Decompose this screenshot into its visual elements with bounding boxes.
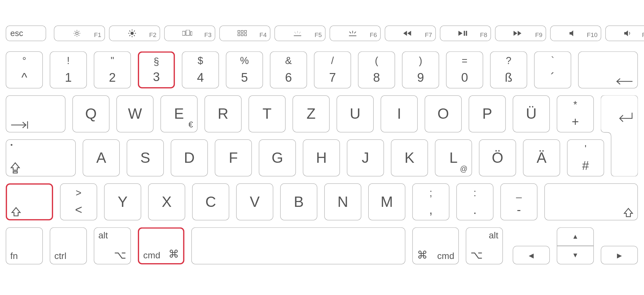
shift-icon <box>11 207 21 217</box>
key-7[interactable]: /7 <box>314 51 351 88</box>
key-acute[interactable]: `´ <box>534 51 571 88</box>
fast-forward-icon <box>513 31 523 36</box>
key-V[interactable]: V <box>236 183 273 220</box>
key-U[interactable]: U <box>336 95 374 132</box>
enter-key[interactable] <box>601 95 638 176</box>
key-6[interactable]: &6 <box>270 51 307 88</box>
key-0[interactable]: =0 <box>446 51 483 88</box>
backspace-key[interactable] <box>578 51 638 88</box>
mute-icon <box>569 30 577 36</box>
key-R[interactable]: R <box>204 95 242 132</box>
svg-line-17 <box>134 31 135 32</box>
f5-key[interactable]: F5 <box>274 25 325 41</box>
f2-key[interactable]: F2 <box>109 25 160 41</box>
key-Y[interactable]: Y <box>104 183 141 220</box>
key-Q[interactable]: Q <box>72 95 109 132</box>
key-S[interactable]: S <box>127 139 164 176</box>
key-4[interactable]: $4 <box>182 51 219 88</box>
svg-rect-37 <box>466 31 467 36</box>
key-Ä[interactable]: Ä <box>523 139 560 176</box>
f8-key[interactable]: F8 <box>440 25 491 41</box>
key-A[interactable]: A <box>83 139 120 176</box>
alt-right-key[interactable]: alt ⌥ <box>466 227 503 264</box>
fn-key[interactable]: fn <box>6 227 43 264</box>
svg-marker-34 <box>403 31 407 36</box>
ctrl-key[interactable]: ctrl <box>50 227 87 264</box>
enter-icon <box>616 112 633 125</box>
f10-label: F10 <box>587 31 598 38</box>
key-F[interactable]: F <box>215 139 252 176</box>
key-G[interactable]: G <box>259 139 296 176</box>
key-minus[interactable]: _- <box>500 183 537 220</box>
key-I[interactable]: I <box>381 95 418 132</box>
svg-marker-38 <box>514 31 517 36</box>
key-8[interactable]: (8 <box>358 51 395 88</box>
caps-lock-key[interactable]: ● <box>6 139 76 176</box>
cmd-left-key[interactable]: cmd ⌘ <box>138 227 184 264</box>
shift-right-key[interactable] <box>545 183 638 220</box>
key-comma[interactable]: ;, <box>412 183 450 220</box>
key-D[interactable]: D <box>171 139 208 176</box>
f9-key[interactable]: F9 <box>495 25 546 41</box>
key-W[interactable]: W <box>117 95 154 132</box>
key-M[interactable]: M <box>368 183 405 220</box>
key-J[interactable]: J <box>347 139 384 176</box>
key-T[interactable]: T <box>249 95 286 132</box>
alt-left-key[interactable]: alt ⌥ <box>94 227 131 264</box>
key-Z[interactable]: Z <box>293 95 330 132</box>
svg-rect-21 <box>238 31 240 32</box>
key-2[interactable]: "2 <box>94 51 131 88</box>
key-P[interactable]: P <box>469 95 506 132</box>
key-E[interactable]: E€ <box>160 95 197 132</box>
key-C[interactable]: C <box>192 183 229 220</box>
arrow-up-icon: ▲ <box>557 233 593 240</box>
key-ß[interactable]: ?ß <box>490 51 527 88</box>
key-grave[interactable]: °^ <box>6 51 43 88</box>
svg-rect-22 <box>241 31 243 32</box>
arrow-down-key[interactable]: ▼ <box>557 246 594 264</box>
mission-control-icon <box>182 30 192 36</box>
svg-line-31 <box>349 32 351 33</box>
volume-down-icon <box>624 30 633 36</box>
key-O[interactable]: O <box>425 95 462 132</box>
key-hash[interactable]: '# <box>567 139 604 176</box>
key-L[interactable]: L@ <box>435 139 472 176</box>
key-H[interactable]: H <box>303 139 340 176</box>
tab-key[interactable] <box>6 95 65 132</box>
f7-key[interactable]: F7 <box>385 25 436 41</box>
arrow-up-key[interactable]: ▲ <box>557 227 594 246</box>
f4-key[interactable]: F4 <box>219 25 270 41</box>
option-icon: ⌥ <box>114 249 126 262</box>
shift-left-key[interactable] <box>6 183 53 220</box>
key-K[interactable]: K <box>391 139 428 176</box>
svg-rect-26 <box>244 34 246 36</box>
key-3[interactable]: §3 <box>138 51 175 88</box>
svg-line-15 <box>134 35 135 36</box>
svg-marker-51 <box>624 208 633 217</box>
key-1[interactable]: !1 <box>50 51 87 88</box>
backspace-icon <box>614 77 633 86</box>
key-N[interactable]: N <box>324 183 361 220</box>
space-key[interactable] <box>191 227 405 264</box>
esc-key[interactable]: esc <box>6 25 46 41</box>
f3-key[interactable]: F3 <box>164 25 215 41</box>
key-angle[interactable]: >< <box>60 183 97 220</box>
key-X[interactable]: X <box>148 183 185 220</box>
key-B[interactable]: B <box>280 183 317 220</box>
f6-key[interactable]: F6 <box>330 25 381 41</box>
key-plus[interactable]: *+ <box>557 95 594 132</box>
f10-key[interactable]: F10 <box>550 25 601 41</box>
key-Ö[interactable]: Ö <box>479 139 516 176</box>
svg-line-14 <box>129 31 130 32</box>
key-Ü[interactable]: Ü <box>513 95 550 132</box>
key-9[interactable]: )9 <box>402 51 439 88</box>
f1-key[interactable]: F1 <box>54 25 105 41</box>
f8-label: F8 <box>480 31 487 38</box>
key-period[interactable]: :. <box>456 183 493 220</box>
key-5[interactable]: %5 <box>226 51 263 88</box>
f11-key[interactable]: F11 <box>605 25 644 41</box>
arrow-right-icon: ▶ <box>601 251 637 259</box>
cmd-right-key[interactable]: cmd ⌘ <box>412 227 459 264</box>
arrow-left-key[interactable]: ◀ <box>513 246 550 264</box>
arrow-right-key[interactable]: ▶ <box>601 246 638 264</box>
